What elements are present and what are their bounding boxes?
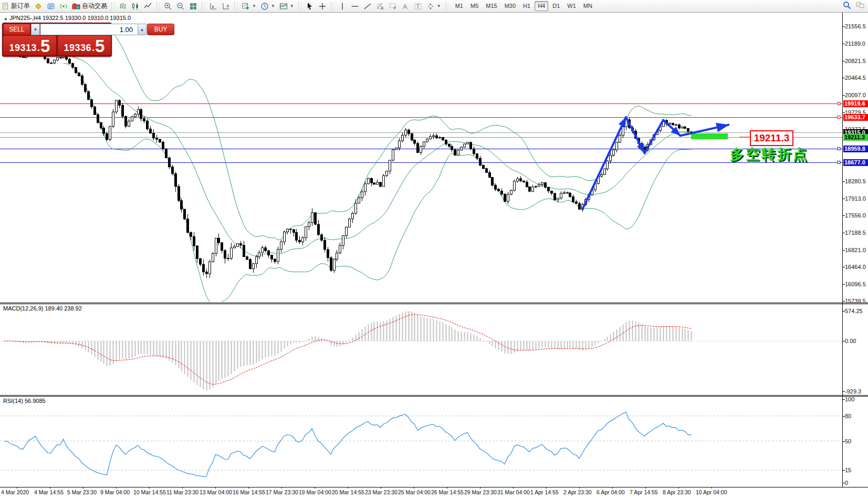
- axis-tick-label: 17556.0: [845, 212, 866, 219]
- time-axis-label: 5 Mar 23:30: [67, 489, 97, 495]
- svg-text:F: F: [394, 6, 396, 10]
- signal-icon[interactable]: [57, 1, 70, 12]
- timeframe-button-M15[interactable]: M15: [483, 1, 500, 11]
- time-axis-label: 1 Apr 14:55: [530, 489, 559, 495]
- timeframe-button-M1[interactable]: M1: [452, 1, 466, 11]
- line-chart-icon[interactable]: [142, 1, 154, 12]
- chevron-down-icon: ▼: [437, 4, 441, 8]
- zoom-in-icon[interactable]: [162, 1, 174, 12]
- toolbar-right-group: [843, 1, 868, 11]
- time-axis-label: 23 Mar 23:30: [365, 489, 398, 495]
- time-axis-label: 8 Apr 23:30: [663, 489, 691, 495]
- timeframe-button-M30[interactable]: M30: [501, 1, 519, 11]
- buy-price-display[interactable]: 19336.5: [58, 36, 111, 55]
- template-icon[interactable]: ▼: [277, 1, 296, 12]
- indicators-add-icon[interactable]: ▼: [239, 1, 258, 12]
- timeframe-button-W1[interactable]: W1: [564, 1, 579, 11]
- time-axis-label: 7 Apr 14:55: [630, 489, 658, 495]
- axis-tick-label: -929.3: [845, 388, 861, 395]
- auto-trading-label: 自动交易: [82, 2, 107, 11]
- sell-button[interactable]: SELL: [3, 24, 30, 35]
- axis-tick-label: 18280.5: [845, 178, 866, 185]
- time-axis-label: 17 Mar 23:30: [266, 489, 298, 495]
- cursor-icon[interactable]: [304, 1, 316, 12]
- axis-tick-label: 16464.0: [845, 264, 866, 271]
- chevron-down-icon: ▼: [252, 4, 256, 8]
- buy-button[interactable]: BUY: [147, 24, 174, 35]
- time-axis-label: 2 Apr 23:30: [563, 489, 592, 495]
- svg-text:T: T: [416, 4, 420, 9]
- main-chart-canvas[interactable]: [0, 0, 868, 498]
- auto-trading-button[interactable]: 自动交易: [70, 1, 109, 12]
- new-order-label: 新订单: [11, 2, 30, 11]
- text-icon[interactable]: A: [399, 1, 412, 12]
- trendline-icon[interactable]: [361, 1, 374, 12]
- time-axis-label: 9 Mar 04:00: [100, 489, 130, 495]
- chat-icon[interactable]: [855, 1, 865, 11]
- price-alert-tag[interactable]: 19211.3: [750, 130, 793, 146]
- search-icon[interactable]: [843, 1, 851, 11]
- axis-tick-label: 16821.0: [845, 247, 866, 254]
- sell-price-display[interactable]: 19313.5: [3, 36, 56, 55]
- buy-price-pip: 5: [95, 37, 104, 55]
- toolbar-separator: [331, 3, 334, 10]
- time-axis-label: 10 Mar 14:55: [133, 489, 166, 495]
- macd-label: MACD(12,26,9) 189.40 238.92: [3, 305, 82, 312]
- time-axis-label: 11 Mar 23:30: [166, 489, 198, 495]
- new-order-button[interactable]: 新订单: [0, 1, 32, 12]
- axis-tick-label: 21189.0: [845, 40, 865, 47]
- text-label-icon[interactable]: T: [412, 1, 424, 12]
- svg-text:E: E: [381, 6, 384, 10]
- time-axis-label: 31 Mar 04:00: [497, 489, 530, 495]
- zoom-out-icon[interactable]: [174, 1, 187, 12]
- price-level-label: 19211.3: [843, 134, 868, 141]
- timeframe-button-D1[interactable]: D1: [549, 1, 563, 11]
- bar-chart-icon[interactable]: [117, 1, 129, 12]
- tile-windows-icon[interactable]: [187, 1, 200, 12]
- axis-tick-label: 20097.0: [845, 92, 866, 99]
- axis-tick-label: 20464.5: [845, 75, 866, 81]
- time-axis-label: 10 Apr 04:00: [696, 489, 727, 495]
- fibonacci-icon[interactable]: E: [374, 1, 386, 12]
- timeframe-button-MN[interactable]: MN: [580, 1, 595, 11]
- expand-triangle-icon: ▲: [4, 16, 8, 21]
- time-axis-label: 4 Mar 14:55: [34, 489, 64, 495]
- candlestick-chart-icon[interactable]: [129, 1, 142, 12]
- axis-tick-label: 20821.5: [845, 58, 866, 65]
- axis-tick-label: 80: [845, 413, 851, 420]
- time-axis-label: 20 Mar 14:55: [332, 489, 364, 495]
- axis-tick-label: 16096.5: [845, 281, 866, 288]
- volume-down-button[interactable]: ▼: [31, 24, 40, 35]
- shapes-icon[interactable]: ▼: [424, 1, 443, 12]
- time-axis-label: 4 Mar 2020: [1, 489, 29, 495]
- toolbar-separator: [111, 3, 114, 10]
- timeframe-button-H1[interactable]: H1: [520, 1, 534, 11]
- auto-trading-icon: [72, 2, 80, 11]
- volume-up-button[interactable]: ▲: [138, 24, 147, 35]
- auto-scroll-icon[interactable]: [207, 1, 219, 12]
- profile-diamond-icon[interactable]: [32, 1, 45, 12]
- chart-shift-icon[interactable]: [219, 1, 232, 12]
- chevron-down-icon: ▼: [290, 4, 294, 8]
- time-axis-label: 29 Mar 23:30: [464, 489, 497, 495]
- volume-input[interactable]: [40, 24, 137, 35]
- time-axis-label: 25 Mar 04:00: [398, 489, 431, 495]
- timeframe-button-M5[interactable]: M5: [467, 1, 482, 11]
- buy-price-main: 19336: [64, 41, 92, 55]
- top-toolbar: 新订单 自动交易 ▼ ▼: [0, 0, 868, 13]
- period-clock-icon[interactable]: ▼: [258, 1, 277, 12]
- one-click-trade-panel: SELL ▼ ▲ BUY 19313.5 19336.5: [2, 23, 112, 57]
- time-axis-label: 13 Mar 04:00: [200, 489, 232, 495]
- timeframe-button-H4[interactable]: H4: [535, 1, 548, 11]
- channel-icon[interactable]: F: [386, 1, 399, 12]
- vertical-line-icon[interactable]: [336, 1, 349, 12]
- new-order-icon: [2, 3, 9, 10]
- rsi-label: RSI(14) 56.9085: [3, 398, 46, 404]
- horizontal-line-icon[interactable]: [349, 1, 361, 12]
- chart-title-text: JPN225-,H4 19322.5 19330.0 19310.0 19315…: [9, 15, 131, 21]
- market-watch-icon[interactable]: [45, 1, 57, 12]
- toolbar-separator: [234, 3, 237, 10]
- toolbar-separator: [298, 3, 301, 10]
- crosshair-icon[interactable]: [316, 1, 329, 12]
- toolbar-separator: [156, 3, 160, 10]
